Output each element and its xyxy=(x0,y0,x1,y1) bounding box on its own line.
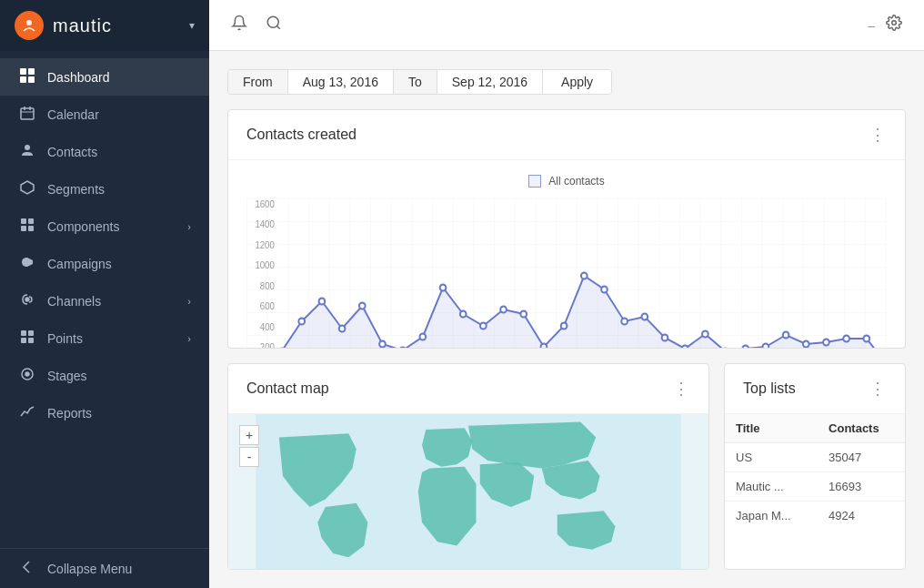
contacts-created-menu-icon[interactable]: ⋮ xyxy=(869,125,887,145)
chart-legend: All contacts xyxy=(246,175,887,188)
collapse-menu-label: Collapse Menu xyxy=(47,562,132,576)
row-contacts: 16693 xyxy=(818,472,905,502)
zoom-in-button[interactable]: + xyxy=(239,425,259,445)
svg-point-44 xyxy=(440,284,447,290)
svg-text:1200: 1200 xyxy=(255,240,275,250)
top-lists-header: Top lists ⋮ xyxy=(725,364,905,414)
points-icon xyxy=(18,329,36,347)
line-chart-svg: 1600 1400 1200 1000 800 600 400 200 0 xyxy=(246,198,887,349)
world-map-svg xyxy=(228,414,708,569)
svg-point-40 xyxy=(359,302,366,309)
svg-point-37 xyxy=(298,318,305,324)
svg-point-58 xyxy=(722,348,728,349)
svg-text:600: 600 xyxy=(260,301,276,311)
sidebar-item-calendar-label: Calendar xyxy=(47,107,99,122)
brand-name: mautic xyxy=(53,15,112,36)
topbar-right: – xyxy=(868,11,906,39)
svg-rect-3 xyxy=(20,76,26,83)
zoom-out-button[interactable]: - xyxy=(239,447,259,467)
sidebar-item-stages[interactable]: Stages xyxy=(0,357,209,394)
settings-icon[interactable] xyxy=(882,11,906,39)
sidebar-item-points[interactable]: Points › xyxy=(0,319,209,357)
sidebar-item-components-label: Components xyxy=(47,219,119,234)
sidebar-item-campaigns-label: Campaigns xyxy=(47,257,112,271)
legend-label: All contacts xyxy=(548,175,604,188)
collapse-icon xyxy=(18,560,36,577)
svg-text:400: 400 xyxy=(260,322,276,332)
sidebar-item-reports-label: Reports xyxy=(47,406,92,421)
sidebar-item-channels-label: Channels xyxy=(47,294,101,309)
svg-point-38 xyxy=(319,298,326,304)
sidebar-header: mautic ▾ xyxy=(0,0,209,51)
contact-map-menu-icon[interactable]: ⋮ xyxy=(673,379,690,399)
channels-arrow-icon: › xyxy=(187,296,191,307)
logo-icon xyxy=(15,11,44,40)
nav-items: Dashboard Calendar Contacts Segments xyxy=(0,51,209,548)
svg-rect-1 xyxy=(20,68,26,75)
collapse-menu-button[interactable]: Collapse Menu xyxy=(0,548,209,588)
to-date-value[interactable]: Sep 12, 2016 xyxy=(437,69,543,95)
svg-point-43 xyxy=(419,333,426,340)
svg-rect-19 xyxy=(21,338,26,343)
table-row: Japan M...4924 xyxy=(725,502,905,531)
svg-rect-5 xyxy=(21,108,34,119)
map-controls: + - xyxy=(239,425,259,467)
svg-point-51 xyxy=(581,272,588,279)
svg-point-22 xyxy=(25,372,29,376)
sidebar-item-stages-label: Stages xyxy=(47,369,87,383)
reports-icon xyxy=(18,404,36,421)
sidebar-item-segments[interactable]: Segments xyxy=(0,170,209,208)
svg-line-24 xyxy=(276,25,279,28)
calendar-icon xyxy=(18,106,36,123)
stages-icon xyxy=(18,367,36,384)
channels-icon xyxy=(18,292,36,309)
row-title: Japan M... xyxy=(725,502,818,531)
svg-rect-12 xyxy=(28,218,34,224)
svg-text:200: 200 xyxy=(260,342,276,349)
search-icon[interactable] xyxy=(262,11,286,39)
sidebar-item-channels[interactable]: Channels › xyxy=(0,282,209,319)
sidebar-item-dashboard-label: Dashboard xyxy=(47,70,110,85)
map-area: + - xyxy=(228,414,708,569)
svg-point-60 xyxy=(763,343,769,349)
svg-point-9 xyxy=(25,145,30,150)
sidebar-item-contacts[interactable]: Contacts xyxy=(0,133,209,170)
svg-text:1000: 1000 xyxy=(255,260,275,270)
from-date-value[interactable]: Aug 13, 2016 xyxy=(288,69,394,95)
sidebar-item-dashboard[interactable]: Dashboard xyxy=(0,58,209,96)
svg-point-25 xyxy=(892,21,897,25)
svg-point-59 xyxy=(742,345,748,349)
sidebar-chevron-icon[interactable]: ▾ xyxy=(189,19,195,32)
sidebar-item-calendar[interactable]: Calendar xyxy=(0,96,209,133)
contacts-icon xyxy=(18,143,36,160)
row-title: US xyxy=(725,443,818,472)
top-lists-menu-icon[interactable]: ⋮ xyxy=(869,379,887,399)
svg-point-48 xyxy=(520,310,527,317)
components-arrow-icon: › xyxy=(187,221,191,232)
campaigns-icon xyxy=(18,255,36,272)
sidebar-item-reports[interactable]: Reports xyxy=(0,394,209,431)
svg-marker-10 xyxy=(21,181,34,194)
svg-rect-4 xyxy=(28,76,35,83)
svg-rect-13 xyxy=(21,226,26,231)
to-label: To xyxy=(394,69,437,95)
legend-box xyxy=(528,175,541,188)
contacts-created-card: Contacts created ⋮ All contacts xyxy=(227,109,906,349)
svg-point-61 xyxy=(783,331,789,338)
topbar-separator: – xyxy=(868,18,875,33)
svg-point-52 xyxy=(601,286,608,292)
svg-point-47 xyxy=(500,306,507,312)
svg-rect-17 xyxy=(21,330,26,336)
apply-button[interactable]: Apply xyxy=(543,69,611,95)
svg-text:1400: 1400 xyxy=(255,219,275,229)
svg-point-63 xyxy=(823,339,829,345)
points-arrow-icon: › xyxy=(187,333,191,344)
svg-point-46 xyxy=(480,322,487,329)
row-contacts: 4924 xyxy=(818,502,905,531)
svg-point-65 xyxy=(863,335,869,341)
sidebar-item-components[interactable]: Components › xyxy=(0,208,209,245)
contact-map-card: Contact map ⋮ + - xyxy=(227,363,709,570)
contacts-created-title: Contacts created xyxy=(246,127,357,143)
bell-icon[interactable] xyxy=(227,11,251,39)
sidebar-item-campaigns[interactable]: Campaigns xyxy=(0,245,209,282)
